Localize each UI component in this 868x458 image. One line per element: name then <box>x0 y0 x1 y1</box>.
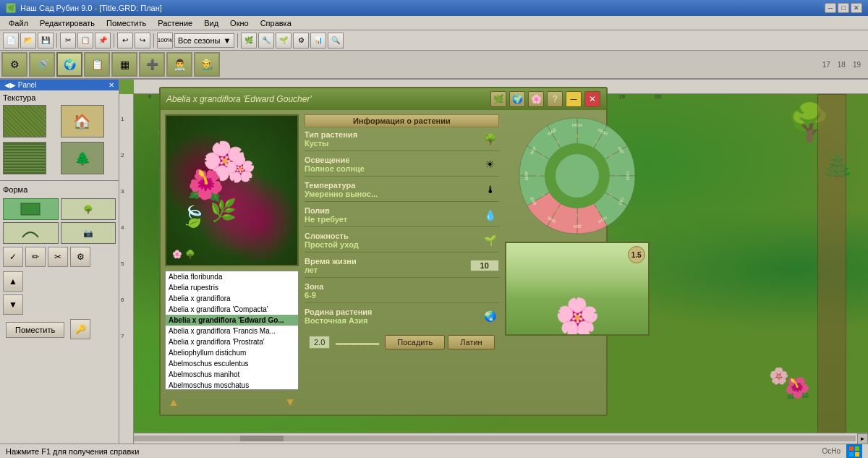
windows-start-button[interactable] <box>846 444 862 459</box>
menu-file[interactable]: Файл <box>3 18 34 28</box>
forma-label: Форма <box>0 184 119 195</box>
place-button[interactable]: Поместить <box>6 322 64 338</box>
texture-house[interactable]: 🏠 <box>61 105 104 137</box>
plant-add-btn[interactable]: ➕ <box>139 52 165 77</box>
menu-view[interactable]: Вид <box>198 18 224 28</box>
svg-rect-27 <box>849 446 854 451</box>
svg-text:ДЕК: ДЕК <box>572 224 581 229</box>
season-dropdown[interactable]: Все сезоны ▼ <box>174 33 234 48</box>
forma-camera[interactable]: 📷 <box>61 222 116 244</box>
latin-button[interactable]: Латин <box>448 335 494 349</box>
tool-pencil[interactable]: ✏ <box>25 247 46 267</box>
divider-1 <box>0 180 119 181</box>
forma-curve[interactable] <box>3 222 59 244</box>
open-button[interactable]: 📂 <box>20 33 36 48</box>
dialog-icon-flower[interactable]: 🌸 <box>528 91 544 107</box>
forma-tree[interactable]: 🌳 <box>61 198 116 220</box>
plant-list-item[interactable]: Abelmoschus esculentus <box>166 358 298 369</box>
menu-help[interactable]: Справка <box>255 18 297 28</box>
title-bar-controls[interactable]: ─ □ ✕ <box>825 3 862 13</box>
water-can-btn[interactable]: 🚿 <box>29 52 55 77</box>
texture-stripe[interactable] <box>3 142 46 174</box>
new-button[interactable]: 📄 <box>3 33 19 48</box>
info-row-zone: Зона 6-9 <box>305 282 499 303</box>
menu-place[interactable]: Поместить <box>101 18 152 28</box>
texture-grass[interactable] <box>3 105 46 137</box>
scroll-down[interactable]: ▼ <box>3 294 23 315</box>
grid-btn[interactable]: ▦ <box>111 52 137 77</box>
svg-rect-28 <box>855 446 859 451</box>
tool-scissors[interactable]: ✂ <box>48 247 68 267</box>
status-right: OcHo <box>822 444 862 459</box>
menu-plant[interactable]: Растение <box>152 18 198 28</box>
plant-list-item[interactable]: Abelia x grandiflora 'Edward Go... <box>166 315 298 326</box>
light-label: Освещение Полное солнце <box>305 156 482 173</box>
size-indicator: 2.0 ▬▬▬▬▬▬ <box>309 336 382 349</box>
ruler-mark-20: 20 <box>655 93 661 100</box>
paste-button[interactable]: 📌 <box>95 33 111 48</box>
panel-close-button[interactable]: ✕ <box>109 81 114 89</box>
plant-list-item[interactable]: Abeliophyllum distichum <box>166 347 298 358</box>
plant-list-item[interactable]: Abelia rupestris <box>166 282 298 293</box>
plant-list-item[interactable]: Abelia floribunda <box>166 271 298 282</box>
ruler-y-6: 6 <box>121 297 124 303</box>
plant-list-item[interactable]: Abelia x grandiflora <box>166 293 298 304</box>
menu-edit[interactable]: Редактировать <box>34 18 101 28</box>
scroll-thumb-h[interactable] <box>240 436 284 441</box>
tool1[interactable]: 🌿 <box>241 33 257 48</box>
save-button[interactable]: 💾 <box>38 33 54 48</box>
plant-list-item[interactable]: Abelia x grandiflora 'Prostrata' <box>166 336 298 347</box>
cut-button[interactable]: ✂ <box>60 33 76 48</box>
dialog-bottom: 2.0 ▬▬▬▬▬▬ Посадить Латин <box>305 332 499 352</box>
nav-up-arrow[interactable]: ▲ <box>168 396 179 409</box>
tool2[interactable]: 🔧 <box>258 33 274 48</box>
dialog-title-bar: Abelia x grandiflora 'Edward Goucher' 🌿 … <box>161 88 606 110</box>
forma-rect[interactable] <box>3 198 59 220</box>
info-icon-btn[interactable]: ⚙ <box>1 52 27 77</box>
scrollbar-horizontal[interactable]: ◄ ► <box>119 433 868 444</box>
left-panel: ◀▶ Panel ✕ Текстура 🏠 🌲 Форма 🌳 📷 <box>0 80 119 444</box>
undo-button[interactable]: ↩ <box>117 33 133 48</box>
tool-extra[interactable]: 🔑 <box>70 319 90 339</box>
info-row-temp: Температура Умеренно вынос... 🌡 <box>305 181 499 202</box>
copy-button[interactable]: 📋 <box>77 33 93 48</box>
plant-list[interactable]: Abelia floribundaAbelia rupestrisAbelia … <box>165 271 299 390</box>
plant-list-item[interactable]: Abelia x grandiflora 'Francis Ma... <box>166 326 298 336</box>
ruler-mark-19: 19 <box>618 93 625 100</box>
doctor-btn[interactable]: 👨‍⚕️ <box>166 52 192 77</box>
dialog-icon-question[interactable]: ? <box>547 91 563 107</box>
tool3[interactable]: 🌱 <box>276 33 292 48</box>
plant-list-item[interactable]: Abelia x grandiflora 'Compacta' <box>166 304 298 315</box>
info-row-complexity: Сложность Простой уход 🌱 <box>305 232 499 253</box>
dialog-minimize-btn[interactable]: ─ <box>566 91 582 107</box>
zoom-in-button[interactable]: 100% <box>157 33 173 48</box>
tool-gear[interactable]: ⚙ <box>70 247 90 267</box>
close-button[interactable]: ✕ <box>851 3 862 13</box>
plant-button[interactable]: Посадить <box>385 335 445 349</box>
menu-window[interactable]: Окно <box>224 18 255 28</box>
redo-button[interactable]: ↪ <box>135 33 150 48</box>
plant-list-item[interactable]: Abelmoschus manihot <box>166 369 298 380</box>
dialog-icon-leaf[interactable]: 🌿 <box>490 91 506 107</box>
nav-down-arrow[interactable]: ▼ <box>284 396 296 409</box>
type-icon: 🌳 <box>482 130 499 148</box>
tool5[interactable]: 📊 <box>310 33 326 48</box>
tool6[interactable]: 🔍 <box>328 33 344 48</box>
tool-check[interactable]: ✓ <box>3 247 23 267</box>
light-icon: ☀ <box>482 156 499 173</box>
scroll-right-btn[interactable]: ► <box>857 433 868 444</box>
restore-button[interactable]: □ <box>838 3 849 13</box>
clipboard-btn[interactable]: 📋 <box>84 52 110 77</box>
tool4[interactable]: ⚙ <box>293 33 309 48</box>
plant-list-item[interactable]: Abelmoschus moschatus <box>166 380 298 390</box>
texture-tree[interactable]: 🌲 <box>61 142 104 174</box>
dialog-close-btn[interactable]: ✕ <box>584 91 600 107</box>
gardener-btn[interactable]: 👨‍🌾 <box>194 52 220 77</box>
minimize-button[interactable]: ─ <box>825 3 836 13</box>
temp-label: Температура Умеренно вынос... <box>305 181 482 198</box>
scroll-up[interactable]: ▲ <box>3 271 23 292</box>
ruler-y-7: 7 <box>121 333 124 339</box>
dialog-icon-globe[interactable]: 🌍 <box>509 91 525 107</box>
globe-btn[interactable]: 🌍 <box>56 52 82 77</box>
garden-canvas[interactable]: 6 7 8 9 10 11 12 13 14 15 16 17 18 19 20… <box>119 80 868 444</box>
